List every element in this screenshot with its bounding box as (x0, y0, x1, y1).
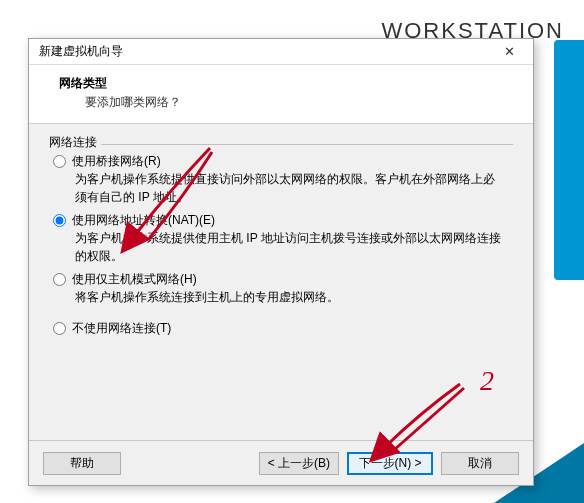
radio-none[interactable]: 不使用网络连接(T) (53, 320, 513, 337)
header-subtitle: 要添加哪类网络？ (85, 94, 513, 111)
close-icon: ✕ (504, 44, 515, 59)
radio-bridged-label: 使用桥接网络(R) (72, 153, 161, 170)
background-blue-panel (554, 40, 584, 280)
fieldset-divider (101, 144, 513, 145)
dialog-header: 网络类型 要添加哪类网络？ (29, 65, 533, 124)
radio-hostonly-label: 使用仅主机模式网络(H) (72, 271, 197, 288)
annotation-number-2: 2 (480, 365, 494, 397)
radio-none-label: 不使用网络连接(T) (72, 320, 171, 337)
back-button[interactable]: < 上一步(B) (259, 452, 339, 475)
radio-nat-input[interactable] (53, 214, 66, 227)
dialog-content: 网络连接 使用桥接网络(R) 为客户机操作系统提供直接访问外部以太网网络的权限。… (29, 124, 533, 347)
radio-bridged-desc: 为客户机操作系统提供直接访问外部以太网网络的权限。客户机在外部网络上必须有自己的… (75, 170, 503, 206)
dialog-title: 新建虚拟机向导 (39, 43, 123, 60)
wizard-dialog: 新建虚拟机向导 ✕ 网络类型 要添加哪类网络？ 网络连接 使用桥接网络(R) 为… (28, 38, 534, 486)
radio-nat-desc: 为客户机操作系统提供使用主机 IP 地址访问主机拨号连接或外部以太网网络连接的权… (75, 229, 503, 265)
radio-bridged[interactable]: 使用桥接网络(R) (53, 153, 513, 170)
radio-bridged-input[interactable] (53, 155, 66, 168)
header-title: 网络类型 (59, 75, 513, 92)
button-bar: 帮助 < 上一步(B) 下一步(N) > 取消 (29, 441, 533, 485)
help-button[interactable]: 帮助 (43, 452, 121, 475)
radio-none-input[interactable] (53, 322, 66, 335)
next-button[interactable]: 下一步(N) > (347, 452, 433, 475)
cancel-button[interactable]: 取消 (441, 452, 519, 475)
radio-nat[interactable]: 使用网络地址转换(NAT)(E) (53, 212, 513, 229)
titlebar: 新建虚拟机向导 ✕ (29, 39, 533, 65)
radio-hostonly-desc: 将客户机操作系统连接到主机上的专用虚拟网络。 (75, 288, 503, 306)
fieldset-label: 网络连接 (49, 134, 513, 151)
radio-nat-label: 使用网络地址转换(NAT)(E) (72, 212, 215, 229)
close-button[interactable]: ✕ (493, 42, 525, 62)
radio-hostonly-input[interactable] (53, 273, 66, 286)
radio-hostonly[interactable]: 使用仅主机模式网络(H) (53, 271, 513, 288)
